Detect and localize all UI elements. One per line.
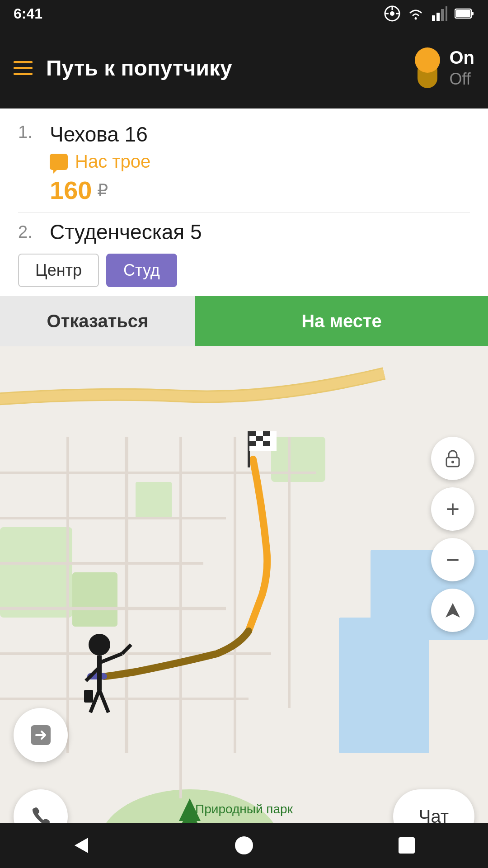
svg-rect-8 [441, 9, 444, 21]
svg-rect-50 [84, 690, 93, 703]
action-row: Отказаться На месте [0, 296, 488, 346]
back-nav-button[interactable] [63, 827, 99, 863]
svg-rect-12 [471, 12, 474, 15]
lock-button[interactable] [431, 437, 474, 480]
info-panel: 1. Чехова 16 Нас трое 160 ₽ 2. Студенчес… [0, 108, 488, 346]
tags-row: Центр Студ [18, 254, 470, 287]
divider [18, 212, 470, 212]
wifi-icon [408, 5, 424, 22]
svg-point-58 [235, 836, 253, 854]
zoom-in-icon: + [446, 495, 460, 523]
zoom-out-icon: − [446, 546, 460, 573]
bottom-nav [0, 823, 488, 868]
signal-icon [431, 5, 447, 22]
recent-nav-button[interactable] [389, 827, 425, 863]
battery-icon [455, 7, 474, 20]
arrived-button[interactable]: На месте [195, 296, 488, 346]
svg-rect-34 [249, 431, 256, 436]
map-container[interactable]: + − Чат При [0, 346, 488, 868]
svg-rect-6 [432, 15, 435, 21]
svg-rect-35 [256, 431, 263, 436]
svg-point-55 [451, 461, 454, 463]
stop-2-number: 2. [18, 222, 41, 243]
status-bar: 6:41 [0, 0, 488, 27]
svg-rect-42 [263, 441, 270, 446]
page-title: Путь к попутчику [46, 56, 232, 80]
comment-text: Нас трое [75, 151, 150, 172]
svg-rect-38 [256, 436, 263, 441]
svg-rect-39 [263, 436, 270, 441]
toggle-off-label: Off [449, 70, 474, 89]
decline-button[interactable]: Отказаться [0, 296, 195, 346]
svg-rect-37 [249, 436, 256, 441]
stop-1-row: 1. Чехова 16 [18, 122, 470, 147]
stop-2-name: Студенческая 5 [50, 220, 202, 245]
header-left: Путь к попутчику [14, 56, 232, 80]
svg-rect-11 [456, 10, 470, 17]
park-label-text: Природный парк [195, 802, 293, 816]
status-icons [384, 5, 474, 22]
svg-point-43 [89, 634, 110, 656]
svg-rect-9 [446, 6, 447, 21]
time-display: 6:41 [14, 5, 42, 22]
svg-rect-15 [72, 572, 117, 627]
stop-1-name: Чехова 16 [50, 122, 148, 147]
stop-1-number: 1. [18, 122, 41, 143]
tag-center[interactable]: Центр [18, 254, 99, 287]
svg-point-1 [390, 11, 394, 16]
park-label: Природный парк [195, 802, 293, 816]
stop-2-row: 2. Студенческая 5 [18, 220, 470, 245]
price-row: 160 ₽ [50, 175, 470, 205]
svg-rect-41 [256, 441, 263, 446]
comment-row: Нас трое [50, 151, 470, 172]
zoom-in-button[interactable]: + [431, 487, 474, 531]
menu-button[interactable] [14, 61, 33, 75]
home-nav-button[interactable] [226, 827, 262, 863]
svg-rect-36 [263, 431, 270, 436]
toggle-indicator[interactable] [415, 47, 440, 88]
svg-rect-16 [136, 482, 172, 518]
price-currency: ₽ [97, 180, 108, 200]
svg-rect-7 [436, 13, 440, 21]
svg-rect-59 [399, 837, 415, 854]
svg-rect-40 [249, 441, 256, 446]
price-value: 160 [50, 175, 92, 205]
zoom-out-button[interactable]: − [431, 538, 474, 581]
navigate-button[interactable] [431, 589, 474, 632]
svg-point-5 [415, 18, 417, 20]
tag-stud[interactable]: Студ [106, 254, 177, 287]
map-controls: + − [431, 437, 474, 632]
svg-rect-14 [0, 527, 72, 618]
navigation-direction-button[interactable] [14, 708, 68, 762]
toggle-on-label: On [449, 47, 474, 68]
header: Путь к попутчику On Off [0, 27, 488, 108]
comment-icon [50, 154, 68, 170]
driving-icon [384, 5, 400, 22]
header-right: On Off [415, 47, 474, 89]
svg-marker-57 [75, 838, 88, 853]
svg-rect-17 [271, 437, 325, 482]
toggle-labels: On Off [449, 47, 474, 89]
